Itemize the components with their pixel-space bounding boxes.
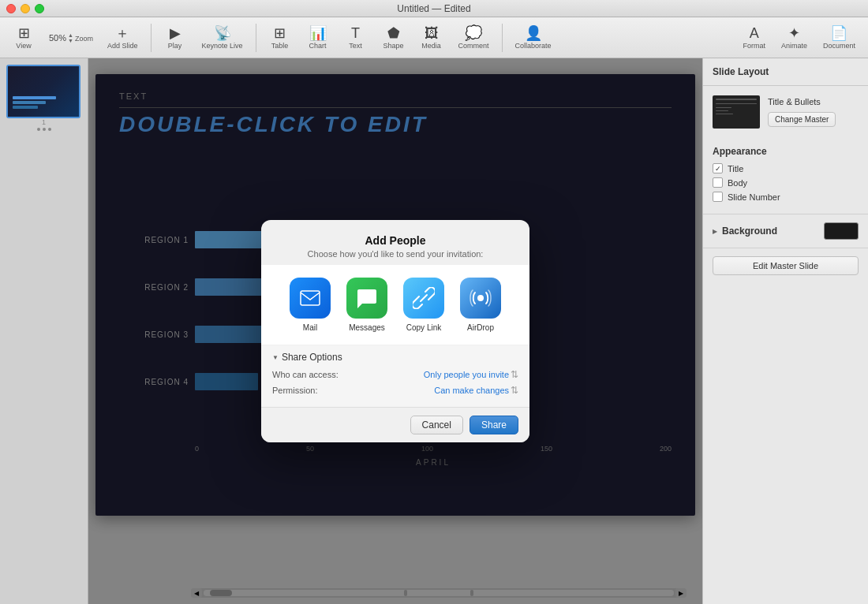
options-label: Share Options bbox=[282, 352, 342, 363]
cancel-button[interactable]: Cancel bbox=[410, 416, 463, 434]
text-icon: T bbox=[351, 26, 360, 40]
layout-name: Title & Bullets bbox=[768, 97, 859, 106]
zoom-label: Zoom bbox=[75, 35, 93, 43]
toolbar: ⊞ View 50% ▲▼ Zoom ＋ Add Slide ▶ Play 📡 … bbox=[0, 17, 868, 58]
play-label: Play bbox=[168, 42, 182, 50]
title-checkbox-row[interactable]: ✓ Title bbox=[713, 163, 859, 173]
slide-thumb-chart bbox=[13, 96, 74, 110]
share-button[interactable]: Share bbox=[470, 416, 518, 434]
background-triangle-icon: ▶ bbox=[713, 228, 717, 235]
change-master-button[interactable]: Change Master bbox=[768, 112, 836, 127]
share-options: ▼ Share Options Who can access: Only peo… bbox=[261, 345, 529, 407]
shape-icon: ⬟ bbox=[387, 26, 400, 40]
copylink-label: Copy Link bbox=[406, 323, 441, 332]
background-color-swatch[interactable] bbox=[824, 222, 859, 240]
play-icon: ▶ bbox=[170, 26, 181, 40]
title-checkbox-label: Title bbox=[728, 164, 743, 173]
format-icon: A bbox=[750, 26, 759, 40]
minimize-button[interactable] bbox=[21, 4, 30, 13]
add-slide-button[interactable]: ＋ Add Slide bbox=[101, 21, 144, 55]
share-dialog: Add People Choose how you'd like to send… bbox=[261, 220, 529, 442]
slide-layout-header: Slide Layout bbox=[703, 58, 868, 86]
window-title: Untitled — Edited bbox=[397, 3, 470, 14]
share-options-toggle[interactable]: ▼ Share Options bbox=[272, 352, 518, 363]
appearance-section: Appearance ✓ Title Body Slide Number bbox=[703, 138, 868, 214]
messages-label: Messages bbox=[349, 323, 385, 332]
edit-master-slide-button[interactable]: Edit Master Slide bbox=[713, 256, 859, 275]
animate-icon: ✦ bbox=[788, 26, 800, 40]
toolbar-separator-2 bbox=[256, 24, 256, 52]
permission-value: Can make changes bbox=[434, 386, 509, 395]
layout-thumb-line-5 bbox=[716, 114, 733, 114]
who-can-access-value: Only people you invite bbox=[424, 370, 509, 379]
modal-overlay: Add People Choose how you'd like to send… bbox=[88, 58, 702, 604]
animate-button[interactable]: ✦ Animate bbox=[775, 21, 814, 55]
body-checkbox-row[interactable]: Body bbox=[713, 177, 859, 188]
slide-number-checkbox-row[interactable]: Slide Number bbox=[713, 192, 859, 202]
share-copylink-item[interactable]: Copy Link bbox=[403, 278, 444, 332]
airdrop-icon bbox=[460, 278, 501, 319]
mail-label: Mail bbox=[303, 323, 317, 332]
chart-label: Chart bbox=[309, 42, 327, 50]
share-mail-item[interactable]: Mail bbox=[290, 278, 331, 332]
slide-panel: 1 bbox=[0, 58, 88, 604]
slide-number-checkbox[interactable] bbox=[713, 192, 723, 202]
title-checkbox[interactable]: ✓ bbox=[713, 163, 723, 173]
share-airdrop-item[interactable]: AirDrop bbox=[460, 278, 501, 332]
title-bar: Untitled — Edited bbox=[0, 0, 868, 17]
document-icon: 📄 bbox=[830, 26, 847, 40]
collaborate-icon: 👤 bbox=[525, 26, 542, 40]
layout-info: Title & Bullets Change Master bbox=[768, 97, 859, 127]
who-can-access-row: Who can access: Only people you invite ⇅ bbox=[272, 369, 518, 380]
dialog-subtitle: Choose how you'd like to send your invit… bbox=[277, 249, 514, 259]
table-label: Table bbox=[271, 42, 289, 50]
play-button[interactable]: ▶ Play bbox=[158, 21, 193, 55]
slide-number-checkbox-label: Slide Number bbox=[728, 192, 780, 202]
slide-dot bbox=[37, 128, 40, 131]
comment-label: Comment bbox=[458, 42, 489, 50]
permission-stepper-icon[interactable]: ⇅ bbox=[511, 385, 518, 396]
format-button[interactable]: A Format bbox=[736, 21, 772, 55]
collaborate-label: Collaborate bbox=[515, 42, 552, 50]
canvas-area[interactable]: TEXT DOUBLE-CLICK TO EDIT REGION 1 REGIO… bbox=[88, 58, 702, 604]
close-button[interactable] bbox=[6, 4, 16, 13]
collaborate-button[interactable]: 👤 Collaborate bbox=[509, 21, 558, 55]
slide-dot bbox=[43, 128, 46, 131]
add-slide-label: Add Slide bbox=[107, 42, 138, 50]
media-button[interactable]: 🖼 Media bbox=[414, 21, 449, 55]
maximize-button[interactable] bbox=[35, 4, 44, 13]
document-button[interactable]: 📄 Document bbox=[817, 21, 862, 55]
zoom-group[interactable]: 50% ▲▼ Zoom bbox=[44, 21, 98, 55]
background-row: ▶ Background bbox=[713, 222, 859, 240]
background-label: Background bbox=[722, 226, 777, 237]
background-label-group: ▶ Background bbox=[713, 226, 777, 237]
table-button[interactable]: ⊞ Table bbox=[263, 21, 297, 55]
access-stepper-icon[interactable]: ⇅ bbox=[511, 369, 518, 380]
options-triangle-icon: ▼ bbox=[272, 354, 279, 361]
keynote-live-icon: 📡 bbox=[214, 26, 231, 40]
body-checkbox[interactable] bbox=[713, 177, 723, 188]
media-icon: 🖼 bbox=[425, 26, 439, 40]
svg-point-2 bbox=[477, 295, 484, 301]
dialog-header: Add People Choose how you'd like to send… bbox=[261, 220, 529, 265]
keynote-live-button[interactable]: 📡 Keynote Live bbox=[196, 21, 249, 55]
slide-dots bbox=[6, 128, 81, 131]
permission-value-group[interactable]: Can make changes ⇅ bbox=[434, 385, 518, 396]
copylink-icon bbox=[403, 278, 444, 319]
text-button[interactable]: T Text bbox=[339, 21, 373, 55]
view-button[interactable]: ⊞ View bbox=[6, 21, 41, 55]
who-can-access-key: Who can access: bbox=[272, 370, 339, 379]
chart-button[interactable]: 📊 Chart bbox=[301, 21, 335, 55]
svg-line-1 bbox=[421, 295, 427, 301]
animate-label: Animate bbox=[781, 42, 807, 50]
shape-button[interactable]: ⬟ Shape bbox=[376, 21, 411, 55]
traffic-lights[interactable] bbox=[6, 4, 44, 13]
share-messages-item[interactable]: Messages bbox=[346, 278, 387, 332]
slide-thumbnail[interactable] bbox=[6, 65, 80, 118]
comment-icon: 💭 bbox=[465, 26, 482, 40]
dialog-buttons: Cancel Share bbox=[261, 407, 529, 442]
comment-button[interactable]: 💭 Comment bbox=[452, 21, 496, 55]
who-can-access-value-group[interactable]: Only people you invite ⇅ bbox=[424, 369, 518, 380]
slide-1[interactable]: 1 bbox=[6, 65, 81, 131]
layout-thumb-line-2 bbox=[716, 103, 757, 104]
